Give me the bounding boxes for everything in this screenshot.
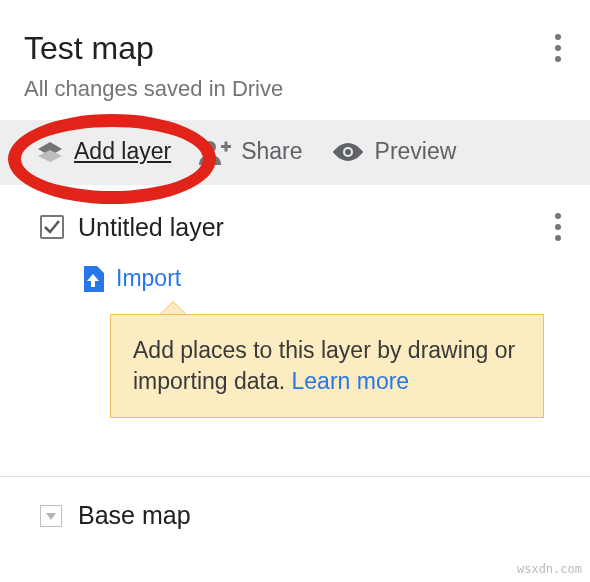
- caret-down-icon: [45, 510, 57, 522]
- layer-visibility-checkbox[interactable]: [40, 215, 64, 239]
- add-layer-button[interactable]: Add layer: [36, 138, 171, 165]
- share-label: Share: [241, 138, 302, 165]
- layer-item: Untitled layer Import Add places to this…: [0, 185, 590, 418]
- header: Test map: [0, 0, 590, 76]
- layer-header: Untitled layer: [40, 207, 570, 247]
- import-label: Import: [116, 265, 181, 292]
- svg-marker-1: [38, 150, 62, 162]
- base-map-label: Base map: [78, 501, 191, 530]
- share-button[interactable]: Share: [199, 138, 302, 165]
- layers-icon: [36, 140, 64, 164]
- person-add-icon: [199, 139, 231, 165]
- svg-marker-8: [46, 513, 56, 520]
- preview-button[interactable]: Preview: [331, 138, 457, 165]
- map-editor-panel: Test map All changes saved in Drive Add …: [0, 0, 590, 530]
- upload-file-icon: [82, 266, 104, 292]
- import-button[interactable]: Import: [82, 265, 181, 292]
- watermark: wsxdn.com: [517, 562, 582, 576]
- save-status: All changes saved in Drive: [0, 76, 590, 120]
- tooltip-arrow: [160, 301, 186, 314]
- preview-label: Preview: [375, 138, 457, 165]
- learn-more-link[interactable]: Learn more: [292, 368, 410, 394]
- layer-left: Untitled layer: [40, 213, 224, 242]
- base-map-toggle[interactable]: [40, 505, 62, 527]
- toolbar: Add layer Share Preview: [0, 120, 590, 185]
- map-options-menu[interactable]: [546, 28, 570, 68]
- add-layer-label: Add layer: [74, 138, 171, 165]
- svg-rect-4: [225, 141, 228, 151]
- checkmark-icon: [43, 218, 61, 236]
- svg-point-6: [345, 149, 351, 155]
- base-map-section: Base map: [0, 476, 590, 530]
- svg-point-2: [204, 141, 216, 153]
- eye-icon: [331, 141, 365, 163]
- tooltip-body: Add places to this layer by drawing or i…: [110, 314, 544, 418]
- layer-name[interactable]: Untitled layer: [78, 213, 224, 242]
- map-title[interactable]: Test map: [24, 30, 154, 67]
- layer-options-menu[interactable]: [546, 207, 570, 247]
- import-tooltip: Add places to this layer by drawing or i…: [110, 314, 544, 418]
